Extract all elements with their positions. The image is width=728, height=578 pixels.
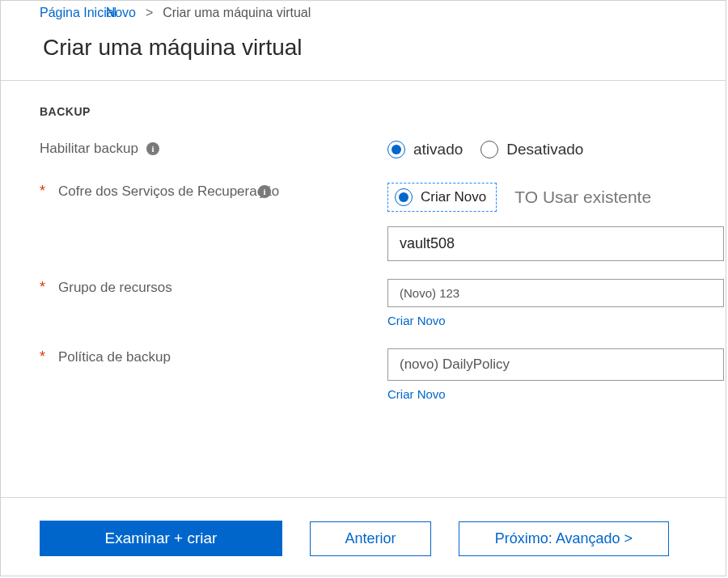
next-button[interactable]: Próximo: Avançado > xyxy=(459,521,669,556)
info-icon[interactable]: i xyxy=(258,185,271,198)
footer-actions: Examinar + criar Anterior Próximo: Avanç… xyxy=(1,497,726,576)
input-vault-name[interactable] xyxy=(387,226,724,261)
use-existing-prefix: TO xyxy=(514,188,538,206)
section-header-backup: BACKUP xyxy=(1,105,726,118)
row-enable-backup: Habilitar backup i ativado Desativado xyxy=(1,141,726,158)
radio-vault-create-new[interactable]: Criar Novo xyxy=(387,183,497,212)
radio-backup-off[interactable]: Desativado xyxy=(480,141,583,158)
required-marker: * xyxy=(40,183,45,200)
row-resource-group: * Grupo de recursos (Novo) 123 Criar Nov… xyxy=(1,279,726,327)
radio-backup-on[interactable]: ativado xyxy=(387,141,463,158)
row-vault: * Cofre dos Serviços de Recuperação i Cr… xyxy=(1,183,726,212)
radio-backup-off-label: Desativado xyxy=(506,141,583,158)
breadcrumb: Página Inicial Novo > Criar uma máquina … xyxy=(1,1,726,23)
label-vault: Cofre dos Serviços de Recuperação xyxy=(58,184,279,200)
radio-group-enable-backup: ativado Desativado xyxy=(387,141,726,158)
breadcrumb-current: Criar uma máquina virtual xyxy=(163,6,311,19)
page-title: Criar uma máquina virtual xyxy=(1,23,726,80)
info-icon[interactable]: i xyxy=(146,142,159,155)
link-create-resource-group[interactable]: Criar Novo xyxy=(387,314,446,327)
radio-dot-icon xyxy=(395,188,413,206)
label-backup-policy: Política de backup xyxy=(58,349,171,365)
previous-button[interactable]: Anterior xyxy=(310,521,431,556)
use-existing-label: Usar existente xyxy=(543,188,651,206)
row-vault-name xyxy=(1,226,726,261)
label-enable-backup: Habilitar backup xyxy=(40,141,138,157)
radio-vault-create-new-label: Criar Novo xyxy=(421,189,486,205)
breadcrumb-new[interactable]: Novo xyxy=(106,6,136,19)
radio-vault-use-existing[interactable]: TO Usar existente xyxy=(514,188,651,207)
required-marker: * xyxy=(40,279,45,296)
required-marker: * xyxy=(40,348,45,365)
radio-backup-on-label: ativado xyxy=(413,141,463,158)
breadcrumb-home[interactable]: Página Inicial xyxy=(40,6,116,19)
review-create-button[interactable]: Examinar + criar xyxy=(40,521,282,556)
radio-dot-icon xyxy=(387,141,405,158)
form-content: BACKUP Habilitar backup i ativado Desati… xyxy=(1,81,726,497)
link-create-backup-policy[interactable]: Criar Novo xyxy=(387,387,446,401)
radio-group-vault-mode: Criar Novo TO Usar existente xyxy=(387,183,726,212)
label-resource-group: Grupo de recursos xyxy=(58,280,172,296)
select-backup-policy[interactable]: (novo) DailyPolicy xyxy=(387,348,724,381)
row-backup-policy: * Política de backup (novo) DailyPolicy … xyxy=(1,348,726,401)
radio-dot-icon xyxy=(480,141,498,158)
breadcrumb-separator: > xyxy=(139,6,159,19)
select-resource-group[interactable]: (Novo) 123 xyxy=(387,279,724,307)
